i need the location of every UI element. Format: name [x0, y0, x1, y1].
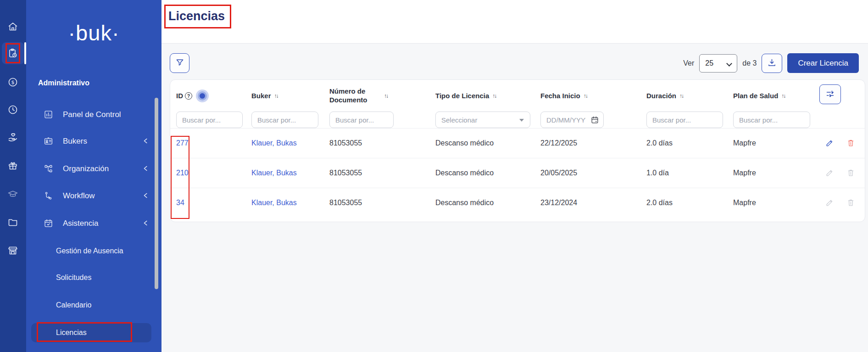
page-size-select[interactable]: 25	[699, 54, 737, 73]
sidebar: ·buk· Administrativo Panel de Control Bu…	[26, 0, 161, 352]
sort-icon[interactable]: ↑↓	[492, 93, 496, 99]
delete-icon[interactable]	[846, 168, 855, 178]
sidebar-item-solicitudes[interactable]: Solicitudes	[26, 269, 161, 286]
license-id-link[interactable]: 34	[176, 199, 184, 207]
sort-icon[interactable]: ↑↓	[781, 93, 785, 99]
help-icon[interactable]: ?	[185, 92, 192, 100]
icon-rail: $	[0, 0, 26, 352]
delete-icon[interactable]	[846, 139, 855, 148]
hand-heart-icon[interactable]	[4, 128, 22, 146]
sliders-icon	[825, 89, 835, 100]
edit-icon[interactable]	[825, 198, 834, 207]
id-filter-input[interactable]	[176, 112, 243, 128]
fecha-inicio-filter-date[interactable]: DD/MM/YYYY	[540, 112, 604, 128]
sidebar-item-label: Asistencia	[63, 219, 98, 228]
calendar-check-icon	[44, 218, 54, 229]
table-row: 210 Klauer, Bukas 81053055 Descanso médi…	[170, 158, 865, 188]
filter-button[interactable]	[170, 53, 189, 73]
home-icon[interactable]	[4, 17, 22, 36]
page-header: Licencias	[161, 0, 868, 44]
svg-text:$: $	[11, 79, 15, 85]
delete-icon[interactable]	[846, 198, 855, 207]
chevron-left-icon[interactable]	[142, 165, 150, 173]
sidebar-item-label: Bukers	[63, 137, 87, 146]
column-settings-button[interactable]	[819, 84, 841, 104]
buker-link[interactable]: Klauer, Bukas	[251, 199, 297, 207]
duracion-cell: 2.0 días	[640, 139, 727, 147]
column-header-numero-documento[interactable]: Número de Documento ↑↓	[323, 86, 429, 106]
sidebar-item-organizacion[interactable]: Organización	[26, 161, 161, 177]
page-title: Licencias	[168, 9, 225, 23]
sidebar-item-gestion-de-ausencia[interactable]: Gestión de Ausencia	[26, 243, 161, 259]
pagination-controls: Ver 25 de 3 Crear Licencia	[683, 53, 859, 73]
duracion-cell: 1.0 día	[640, 169, 727, 177]
sidebar-item-licencias[interactable]: Licencias	[26, 324, 161, 341]
sidebar-item-asistencia[interactable]: Asistencia	[26, 215, 161, 232]
table-filter-row: Seleccionar DD/MM/YYYY	[170, 112, 865, 128]
tipo-licencia-filter-select[interactable]: Seleccionar	[435, 112, 530, 128]
sort-icon[interactable]: ↑↓	[679, 93, 683, 99]
edit-icon[interactable]	[825, 139, 834, 148]
sidebar-item-workflow[interactable]: Workflow	[26, 188, 161, 204]
duracion-cell: 2.0 días	[640, 199, 727, 207]
sidebar-item-panel-de-control[interactable]: Panel de Control	[26, 106, 161, 123]
store-icon[interactable]	[4, 241, 22, 260]
fecha-cell: 20/05/2025	[534, 169, 640, 177]
chevron-left-icon[interactable]	[142, 219, 150, 228]
chevron-down-icon	[726, 61, 732, 67]
workflow-icon	[44, 191, 54, 201]
duracion-filter-input[interactable]	[646, 112, 723, 128]
buker-filter-input[interactable]	[251, 112, 318, 128]
clock-icon[interactable]	[4, 101, 22, 119]
active-sort-indicator[interactable]	[200, 93, 205, 99]
download-button[interactable]	[762, 54, 782, 73]
graduation-cap-icon[interactable]	[4, 185, 22, 203]
plan-cell: Mapfre	[727, 139, 816, 147]
sidebar-scrollbar[interactable]	[155, 98, 158, 289]
coin-icon[interactable]: $	[4, 73, 22, 91]
rail-active-indicator	[24, 42, 26, 64]
buker-link[interactable]: Klauer, Bukas	[251, 169, 297, 177]
clipboard-clock-icon[interactable]	[4, 44, 22, 62]
table-header-row: ID ? Buker ↑↓ Número de Documento ↑↓ Tip…	[170, 80, 865, 106]
tipo-cell: Descanso médico	[429, 199, 534, 207]
fecha-cell: 23/12/2024	[534, 199, 640, 207]
license-id-link[interactable]: 277	[176, 139, 189, 147]
folder-icon[interactable]	[4, 213, 22, 231]
chevron-down-icon	[519, 119, 524, 122]
buker-link[interactable]: Klauer, Bukas	[251, 139, 297, 147]
edit-icon[interactable]	[825, 168, 834, 178]
sidebar-item-label: Workflow	[63, 191, 95, 201]
create-license-button[interactable]: Crear Licencia	[787, 53, 859, 73]
column-header-buker[interactable]: Buker ↑↓	[245, 86, 323, 106]
documento-cell: 81053055	[323, 139, 429, 147]
tipo-cell: Descanso médico	[429, 169, 534, 177]
ver-label: Ver	[683, 59, 694, 67]
documento-filter-input[interactable]	[329, 112, 394, 128]
column-header-plan-de-salud[interactable]: Plan de Salud ↑↓	[727, 86, 816, 106]
licenses-table: ID ? Buker ↑↓ Número de Documento ↑↓ Tip…	[170, 79, 865, 222]
tipo-cell: Descanso médico	[429, 139, 534, 147]
sidebar-item-label: Panel de Control	[63, 110, 121, 119]
table-row: 277 Klauer, Bukas 81053055 Descanso médi…	[170, 128, 865, 158]
sidebar-item-calendario[interactable]: Calendario	[26, 297, 161, 313]
column-header-fecha-inicio[interactable]: Fecha Inicio ↑↓	[534, 86, 640, 106]
plan-salud-filter-input[interactable]	[733, 112, 810, 128]
org-chart-icon	[44, 164, 54, 174]
chevron-left-icon[interactable]	[142, 137, 150, 145]
column-header-id[interactable]: ID ?	[170, 86, 245, 106]
buk-logo: ·buk·	[26, 20, 161, 45]
download-icon	[767, 58, 777, 69]
sort-icon[interactable]: ↑↓	[584, 93, 587, 99]
column-header-duracion[interactable]: Duración ↑↓	[640, 86, 727, 106]
sidebar-section-administrativo: Administrativo	[38, 79, 89, 87]
license-id-link[interactable]: 210	[176, 169, 189, 177]
sort-icon[interactable]: ↑↓	[384, 93, 388, 99]
funnel-icon	[175, 58, 184, 68]
sort-icon[interactable]: ↑↓	[274, 93, 278, 99]
sidebar-item-bukers[interactable]: Bukers	[26, 133, 161, 150]
column-header-tipo-licencia[interactable]: Tipo de Licencia ↑↓	[429, 86, 534, 106]
gift-icon[interactable]	[4, 156, 22, 175]
sidebar-item-label: Organización	[63, 164, 109, 173]
chevron-left-icon[interactable]	[142, 192, 150, 200]
